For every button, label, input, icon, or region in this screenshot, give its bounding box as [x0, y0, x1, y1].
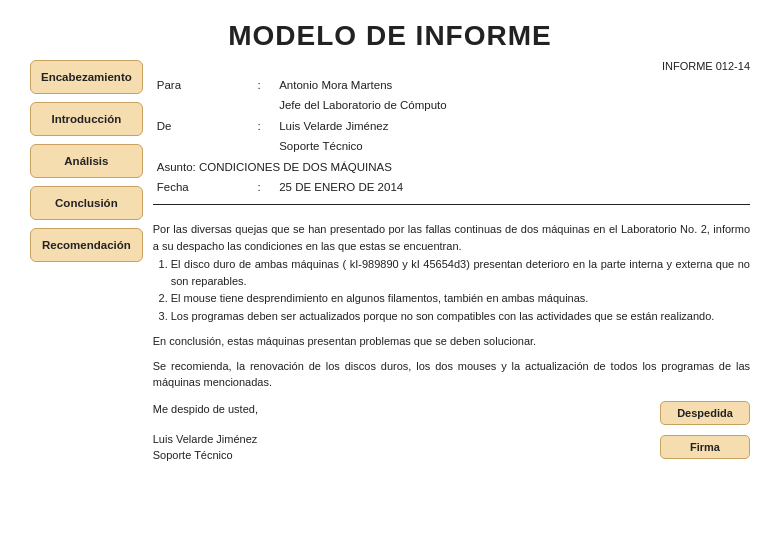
conclusion-section: Se recomienda, la renovación de los disc…	[153, 358, 750, 391]
fecha-colon: :	[255, 178, 275, 196]
signature-badge: Firma	[660, 435, 750, 459]
main-content: INFORME 012-14 Para : Antonio Mora Marte…	[153, 60, 750, 464]
de-colon: :	[255, 117, 275, 135]
intro-item-3: Los programas deben ser actualizados por…	[171, 308, 750, 325]
farewell-row: Me despido de usted, Despedida	[153, 401, 750, 425]
page-title: MODELO DE INFORME	[30, 20, 750, 52]
farewell-text: Me despido de usted,	[153, 401, 648, 418]
para-colon: :	[255, 76, 275, 94]
para-label: Para	[155, 76, 254, 94]
para-role: Jefe del Laboratorio de Cómputo	[277, 96, 748, 114]
analysis-text: En conclusión, estas máquinas presentan …	[153, 333, 750, 350]
intro-item-1: El disco duro de ambas máquinas ( kI-989…	[171, 256, 750, 289]
asunto-label: Asunto:	[157, 161, 196, 173]
intro-list: El disco duro de ambas máquinas ( kI-989…	[171, 256, 750, 324]
header-table: Para : Antonio Mora Martens Jefe del Lab…	[153, 74, 750, 198]
content-area: Encabezamiento Introducción Análisis Con…	[30, 60, 750, 464]
asunto-row: Asunto: CONDICIONES DE DOS MÁQUINAS	[155, 158, 748, 176]
signature-role: Soporte Técnico	[153, 447, 648, 464]
asunto-value: CONDICIONES DE DOS MÁQUINAS	[199, 161, 392, 173]
signature-name: Luis Velarde Jiménez	[153, 431, 648, 448]
page: MODELO DE INFORME Encabezamiento Introdu…	[0, 0, 780, 540]
para-name: Antonio Mora Martens	[277, 76, 748, 94]
signature-block: Luis Velarde Jiménez Soporte Técnico	[153, 431, 648, 464]
recommendation-section: Me despido de usted, Despedida Luis Vela…	[153, 401, 750, 464]
header-divider	[153, 204, 750, 205]
fecha-label: Fecha	[155, 178, 254, 196]
intro-paragraph: Por las diversas quejas que se han prese…	[153, 221, 750, 254]
de-label: De	[155, 117, 254, 135]
intro-item-2: El mouse tiene desprendimiento en alguno…	[171, 290, 750, 307]
sidebar-item-introduccion[interactable]: Introducción	[30, 102, 143, 136]
de-name: Luis Velarde Jiménez	[277, 117, 748, 135]
intro-section: Por las diversas quejas que se han prese…	[153, 221, 750, 325]
sidebar: Encabezamiento Introducción Análisis Con…	[30, 60, 143, 464]
de-role: Soporte Técnico	[277, 137, 748, 155]
sidebar-item-recomendacion[interactable]: Recomendación	[30, 228, 143, 262]
header-section: INFORME 012-14 Para : Antonio Mora Marte…	[153, 60, 750, 211]
sidebar-item-analisis[interactable]: Análisis	[30, 144, 143, 178]
conclusion-text: Se recomienda, la renovación de los disc…	[153, 358, 750, 391]
sidebar-item-encabezamiento[interactable]: Encabezamiento	[30, 60, 143, 94]
signature-row: Luis Velarde Jiménez Soporte Técnico Fir…	[153, 431, 750, 464]
analysis-section: En conclusión, estas máquinas presentan …	[153, 333, 750, 350]
farewell-badge: Despedida	[660, 401, 750, 425]
sidebar-item-conclusion[interactable]: Conclusión	[30, 186, 143, 220]
fecha-value: 25 DE ENERO DE 2014	[277, 178, 748, 196]
informe-number: INFORME 012-14	[153, 60, 750, 72]
